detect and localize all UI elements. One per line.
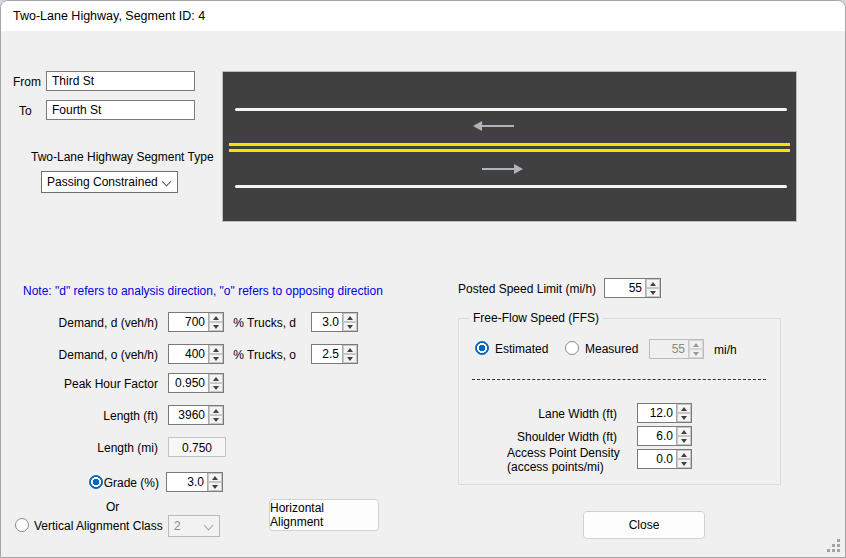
posted-speed-spinner[interactable]: 55 xyxy=(604,278,661,298)
spin-buttons-icon[interactable] xyxy=(342,313,357,331)
ffs-measured-radio[interactable] xyxy=(565,341,579,355)
ffs-group-title: Free-Flow Speed (FFS) xyxy=(469,311,603,325)
spin-buttons-icon[interactable] xyxy=(676,404,691,422)
shoulder-width-label: Shoulder Width (ft) xyxy=(489,430,617,444)
segment-type-dropdown[interactable]: Passing Constrained xyxy=(41,171,178,193)
vertical-alignment-dropdown: 2 xyxy=(168,515,220,537)
opposing-direction-arrow-icon xyxy=(482,125,514,127)
spin-buttons-icon[interactable] xyxy=(208,406,223,424)
spin-buttons-icon[interactable] xyxy=(207,473,222,491)
or-label: Or xyxy=(106,500,119,514)
road-illustration xyxy=(222,71,797,222)
demand-d-label: Demand, d (veh/h) xyxy=(11,316,158,330)
road-center-line-2 xyxy=(229,149,790,152)
vertical-alignment-radio[interactable] xyxy=(15,518,29,532)
close-button[interactable]: Close xyxy=(583,511,705,539)
spin-buttons-icon[interactable] xyxy=(645,279,660,297)
lane-width-label: Lane Width (ft) xyxy=(489,407,617,421)
spin-buttons-icon[interactable] xyxy=(208,374,223,392)
length-ft-label: Length (ft) xyxy=(11,409,158,423)
grade-label: Grade (%) xyxy=(101,476,159,490)
spin-buttons-icon[interactable] xyxy=(342,345,357,363)
ffs-unit-label: mi/h xyxy=(714,343,737,357)
trucks-d-label: % Trucks, d xyxy=(201,316,296,330)
segment-type-label: Two-Lane Highway Segment Type xyxy=(31,150,214,164)
from-label: From xyxy=(13,75,41,89)
length-mi-readout: 0.750 xyxy=(168,437,226,457)
dialog-two-lane-highway: Two-Lane Highway, Segment ID: 4 From Thi… xyxy=(0,0,846,558)
access-density-label-line1: Access Point Density xyxy=(507,446,620,460)
trucks-o-spinner[interactable]: 2.5 xyxy=(311,344,358,364)
horizontal-alignment-button[interactable]: Horizontal Alignment xyxy=(269,499,379,531)
road-center-line-1 xyxy=(229,143,790,146)
ffs-divider xyxy=(472,379,766,380)
direction-note: Note: "d" refers to analysis direction, … xyxy=(23,284,383,298)
peak-hour-factor-label: Peak Hour Factor xyxy=(11,377,158,391)
length-ft-spinner[interactable]: 3960 xyxy=(168,405,224,425)
ffs-value-spinner: 55 xyxy=(649,339,704,359)
grade-spinner[interactable]: 3.0 xyxy=(166,472,223,492)
analysis-direction-arrow-icon xyxy=(482,168,514,170)
to-input[interactable]: Fourth St xyxy=(46,100,195,120)
spin-buttons-icon[interactable] xyxy=(676,450,691,468)
spin-buttons-icon[interactable] xyxy=(676,427,691,445)
title-bar[interactable]: Two-Lane Highway, Segment ID: 4 xyxy=(1,1,845,31)
from-input[interactable]: Third St xyxy=(46,71,195,91)
vertical-alignment-label: Vertical Alignment Class xyxy=(34,519,163,533)
segment-type-value: Passing Constrained xyxy=(47,175,158,189)
resize-grip-icon[interactable] xyxy=(827,539,840,552)
length-mi-label: Length (mi) xyxy=(11,441,158,455)
window-title: Two-Lane Highway, Segment ID: 4 xyxy=(13,9,205,23)
peak-hour-factor-spinner[interactable]: 0.950 xyxy=(168,373,224,393)
ffs-estimated-radio[interactable] xyxy=(475,341,489,355)
road-edge-line-top xyxy=(235,108,787,111)
access-density-label-line2: (access points/mi) xyxy=(507,460,604,474)
access-density-spinner[interactable]: 0.0 xyxy=(637,449,692,469)
shoulder-width-spinner[interactable]: 6.0 xyxy=(637,426,692,446)
chevron-down-icon xyxy=(204,521,214,531)
posted-speed-label: Posted Speed Limit (mi/h) xyxy=(458,282,596,296)
spin-buttons-icon xyxy=(688,340,703,358)
ffs-estimated-label: Estimated xyxy=(495,342,548,356)
vertical-alignment-value: 2 xyxy=(174,519,181,533)
lane-width-spinner[interactable]: 12.0 xyxy=(637,403,692,423)
ffs-measured-label: Measured xyxy=(585,342,638,356)
trucks-o-label: % Trucks, o xyxy=(201,348,296,362)
road-edge-line-bottom xyxy=(235,185,787,188)
trucks-d-spinner[interactable]: 3.0 xyxy=(311,312,358,332)
ffs-groupbox: Free-Flow Speed (FFS) Estimated Measured… xyxy=(458,318,781,485)
demand-o-label: Demand, o (veh/h) xyxy=(11,348,158,362)
to-label: To xyxy=(19,104,32,118)
chevron-down-icon xyxy=(162,177,172,187)
